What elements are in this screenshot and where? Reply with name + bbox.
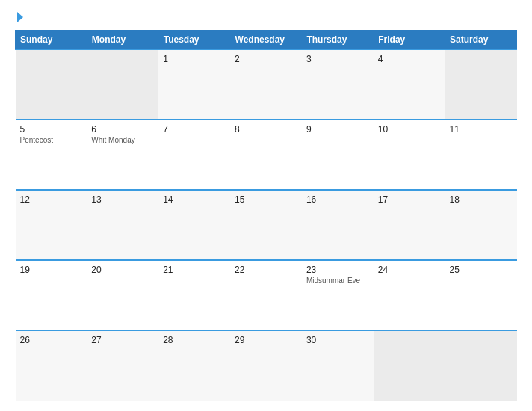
day-number: 22	[235, 265, 297, 275]
calendar-cell: 3	[302, 49, 374, 120]
day-number: 20	[91, 265, 154, 275]
calendar-cell	[374, 330, 445, 401]
col-header-saturday: Saturday	[445, 31, 517, 50]
calendar-cell: 26	[16, 330, 87, 401]
day-number: 8	[235, 124, 297, 135]
calendar-wrap: SundayMondayTuesdayWednesdayThursdayFrid…	[15, 30, 517, 401]
calendar-cell: 30	[302, 330, 374, 401]
day-number: 15	[235, 194, 297, 205]
week-row-0: 1234	[16, 49, 517, 120]
calendar-cell: 1	[158, 49, 230, 120]
logo	[15, 13, 23, 22]
calendar-cell: 5Pentecost	[16, 120, 87, 190]
calendar-cell: 16	[302, 190, 374, 260]
day-number: 30	[306, 335, 369, 345]
logo-triangle-icon	[17, 12, 23, 22]
day-number: 14	[163, 194, 226, 205]
day-number: 26	[20, 335, 83, 345]
calendar-cell: 17	[374, 190, 445, 260]
calendar-cell: 21	[158, 260, 230, 330]
calendar-cell: 24	[374, 260, 445, 330]
day-number: 2	[235, 54, 297, 64]
week-row-4: 2627282930	[16, 330, 517, 401]
calendar-table: SundayMondayTuesdayWednesdayThursdayFrid…	[15, 30, 517, 401]
calendar-cell: 6Whit Monday	[87, 120, 158, 190]
col-header-thursday: Thursday	[302, 31, 374, 50]
col-header-wednesday: Wednesday	[230, 31, 302, 50]
calendar-cell	[445, 330, 517, 401]
col-header-sunday: Sunday	[16, 31, 87, 50]
day-number: 27	[91, 335, 154, 345]
calendar-cell: 28	[158, 330, 230, 401]
calendar-cell: 25	[445, 260, 517, 330]
holiday-label: Pentecost	[20, 136, 83, 144]
day-number: 12	[20, 194, 83, 205]
calendar-cell: 15	[230, 190, 302, 260]
day-number: 28	[163, 335, 226, 345]
calendar-cell: 22	[230, 260, 302, 330]
col-header-tuesday: Tuesday	[158, 31, 230, 50]
calendar-cell: 29	[230, 330, 302, 401]
week-row-2: 12131415161718	[16, 190, 517, 260]
col-header-friday: Friday	[374, 31, 445, 50]
calendar-cell: 2	[230, 49, 302, 120]
col-header-monday: Monday	[87, 31, 158, 50]
day-number: 9	[306, 124, 369, 135]
calendar-cell	[87, 49, 158, 120]
calendar-cell: 27	[87, 330, 158, 401]
day-number: 24	[378, 265, 441, 275]
day-number: 18	[450, 194, 513, 205]
calendar-cell: 18	[445, 190, 517, 260]
holiday-label: Midsummar Eve	[306, 276, 369, 285]
calendar-cell: 7	[158, 120, 230, 190]
calendar-cell: 23Midsummar Eve	[302, 260, 374, 330]
calendar-cell: 10	[374, 120, 445, 190]
week-row-3: 1920212223Midsummar Eve2425	[16, 260, 517, 330]
day-number: 16	[306, 194, 369, 205]
day-number: 3	[306, 54, 369, 64]
holiday-label: Whit Monday	[91, 136, 154, 144]
day-number: 11	[450, 124, 513, 135]
week-row-1: 5Pentecost6Whit Monday7891011	[16, 120, 517, 190]
calendar-cell: 8	[230, 120, 302, 190]
calendar-cell	[445, 49, 517, 120]
calendar-cell: 4	[374, 49, 445, 120]
calendar-header-row: SundayMondayTuesdayWednesdayThursdayFrid…	[16, 31, 517, 50]
day-number: 25	[450, 265, 513, 275]
day-number: 1	[163, 54, 226, 64]
day-number: 4	[378, 54, 441, 64]
calendar-cell: 11	[445, 120, 517, 190]
day-number: 5	[20, 124, 83, 135]
calendar-body: 12345Pentecost6Whit Monday78910111213141…	[16, 49, 517, 401]
day-number: 23	[306, 265, 369, 275]
day-number: 17	[378, 194, 441, 205]
header	[15, 13, 517, 22]
day-number: 21	[163, 265, 226, 275]
calendar-cell	[16, 49, 87, 120]
calendar-cell: 20	[87, 260, 158, 330]
day-number: 6	[91, 124, 154, 135]
calendar-cell: 13	[87, 190, 158, 260]
calendar-cell: 9	[302, 120, 374, 190]
day-number: 7	[163, 124, 226, 135]
day-number: 19	[20, 265, 83, 275]
day-number: 10	[378, 124, 441, 135]
calendar-cell: 12	[16, 190, 87, 260]
day-number: 13	[91, 194, 154, 205]
day-number: 29	[235, 335, 297, 345]
page: SundayMondayTuesdayWednesdayThursdayFrid…	[0, 0, 532, 411]
calendar-cell: 19	[16, 260, 87, 330]
calendar-cell: 14	[158, 190, 230, 260]
